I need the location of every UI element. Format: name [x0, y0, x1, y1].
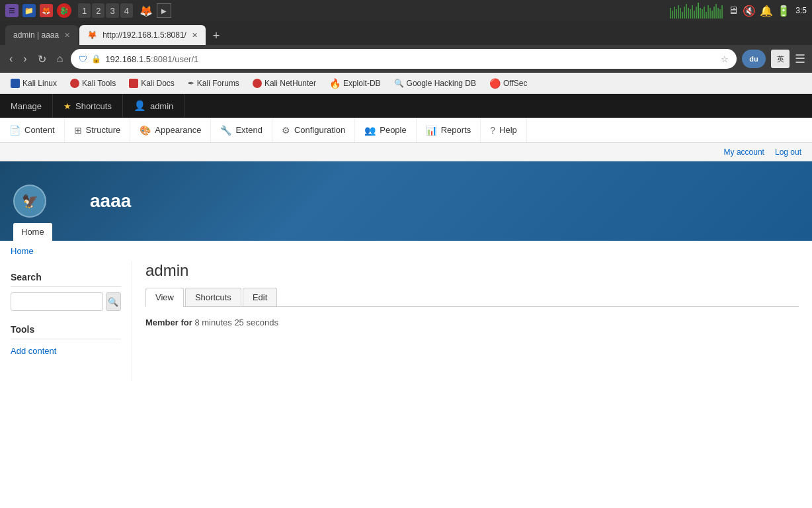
os-taskbar: ☰ 📁 🦊 🐉 1 2 3 4 🦊 ▶ — [0, 0, 812, 21]
app-icon[interactable]: 🐉 — [57, 3, 71, 18]
kali-forums-icon: ✒ — [188, 79, 194, 88]
bookmark-exploit-db[interactable]: 🔥 Exploit-DB — [324, 77, 386, 90]
kali-tools-icon — [70, 79, 79, 88]
search-block: Search 🔍 — [11, 272, 121, 311]
tab-1[interactable]: admin | aaaa ✕ — [5, 25, 78, 45]
google-hacking-icon: 🔍 — [394, 79, 404, 88]
new-tab-button[interactable]: + — [207, 26, 225, 45]
tab-2-label: http://192.168.1.5:8081/ — [102, 30, 186, 40]
bookmark-kali-tools[interactable]: Kali Tools — [65, 77, 121, 89]
files-icon[interactable]: 📁 — [22, 4, 36, 17]
menu-configuration[interactable]: ⚙ Configuration — [272, 118, 355, 142]
svg-rect-21 — [711, 11, 713, 19]
address-bar-row: ‹ › ↻ ⌂ 🛡 🔒 192.168.1.5:8081/user/1 ☆ du… — [0, 45, 812, 73]
search-input-row: 🔍 — [11, 292, 121, 311]
user-title: admin — [145, 261, 799, 280]
tab-shortcuts[interactable]: Shortcuts — [185, 288, 241, 306]
reload-button[interactable]: ↻ — [35, 50, 49, 68]
svg-rect-0 — [670, 8, 671, 19]
lang-button[interactable]: 英 — [771, 50, 790, 68]
menu-content[interactable]: 📄 Content — [0, 118, 65, 142]
bookmark-kali-nethunter[interactable]: Kali NetHunter — [247, 77, 321, 89]
main-content: admin View Shortcuts Edit Member for 8 m… — [132, 261, 812, 381]
firefox-taskbar-icon[interactable]: 🦊 — [140, 5, 153, 17]
avatar-image: 🦅 — [22, 193, 38, 209]
back-button[interactable]: ‹ — [7, 50, 15, 67]
bookmark-google-hacking[interactable]: 🔍 Google Hacking DB — [389, 77, 481, 89]
menu-extend[interactable]: 🔧 Extend — [211, 118, 272, 142]
address-text: 192.168.1.5:8081/user/1 — [105, 54, 198, 64]
bookmark-kali-forums[interactable]: ✒ Kali Forums — [183, 77, 245, 89]
add-content-link[interactable]: Add content — [11, 345, 121, 357]
bookmark-star[interactable]: ☆ — [721, 54, 729, 64]
structure-icon: ⊞ — [74, 125, 82, 136]
tab-2-close[interactable]: ✕ — [192, 31, 198, 40]
menu-people[interactable]: 👥 People — [355, 118, 416, 142]
drupal-menu-bar: 📄 Content ⊞ Structure 🎨 Appearance 🔧 Ext… — [0, 118, 812, 143]
menu-help[interactable]: ? Help — [481, 118, 527, 142]
appearance-icon: 🎨 — [140, 125, 151, 136]
breadcrumb-home[interactable]: Home — [11, 246, 34, 256]
svg-rect-10 — [690, 9, 691, 19]
menu-structure[interactable]: ⊞ Structure — [65, 118, 131, 142]
home-tab[interactable]: Home — [13, 223, 52, 241]
user-avatar: 🦅 — [13, 185, 46, 218]
secure-icon: 🛡 — [79, 54, 87, 64]
svg-rect-8 — [686, 4, 687, 19]
my-account-link[interactable]: My account — [724, 148, 764, 157]
site-name: aaaa — [90, 190, 131, 212]
member-for-label: Member for — [145, 318, 192, 327]
menu-reports[interactable]: 📊 Reports — [417, 118, 481, 142]
tab-edit[interactable]: Edit — [243, 288, 277, 306]
member-for: Member for 8 minutes 25 seconds — [145, 318, 799, 327]
bookmark-offsec[interactable]: 🔴 OffSec — [484, 77, 532, 90]
start-icon[interactable]: ☰ — [5, 4, 19, 17]
tools-block: Tools Add content — [11, 324, 121, 357]
breadcrumb: Home — [0, 241, 812, 261]
tab-1-close[interactable]: ✕ — [64, 31, 70, 40]
bookmark-kali-linux[interactable]: Kali Linux — [5, 77, 62, 89]
svg-rect-20 — [710, 8, 711, 19]
member-for-value: 8 minutes 25 seconds — [194, 318, 278, 327]
workspace-4[interactable]: 4 — [120, 3, 133, 18]
bookmark-kali-docs[interactable]: Kali Docs — [124, 77, 180, 89]
workspace-1[interactable]: 1 — [78, 3, 91, 18]
menu-appearance[interactable]: 🎨 Appearance — [130, 118, 211, 142]
user-tabs: View Shortcuts Edit — [145, 288, 799, 307]
nethunter-icon — [253, 79, 262, 88]
search-button[interactable]: 🔍 — [106, 292, 121, 311]
du-button[interactable]: du — [742, 50, 766, 68]
browser-icon[interactable]: 🦊 — [40, 4, 53, 17]
svg-rect-22 — [713, 7, 715, 19]
display-icon: 🖥 — [728, 5, 739, 17]
svg-rect-11 — [692, 5, 693, 19]
log-out-link[interactable]: Log out — [775, 148, 801, 157]
admin-user[interactable]: 👤 admin — [123, 94, 184, 118]
svg-rect-13 — [696, 7, 697, 19]
tab-view[interactable]: View — [145, 288, 184, 307]
svg-rect-14 — [698, 3, 699, 19]
exploit-db-icon: 🔥 — [329, 78, 341, 89]
shortcuts-label: Shortcuts — [75, 101, 112, 111]
search-input[interactable] — [11, 292, 103, 311]
admin-shortcuts[interactable]: ★ Shortcuts — [53, 94, 123, 118]
battery-icon: 🔋 — [777, 5, 790, 17]
svg-rect-7 — [684, 7, 685, 19]
user-icon: 👤 — [134, 100, 146, 112]
svg-rect-19 — [708, 5, 709, 19]
drupal-admin-bar: Manage ★ Shortcuts 👤 admin — [0, 94, 812, 118]
tab-2[interactable]: 🦊 http://192.168.1.5:8081/ ✕ — [79, 25, 206, 45]
forward-button[interactable]: › — [20, 50, 29, 67]
workspace-2[interactable]: 2 — [92, 3, 104, 18]
my-account-bar: My account Log out — [0, 143, 812, 161]
address-bar[interactable]: 🛡 🔒 192.168.1.5:8081/user/1 ☆ — [71, 49, 737, 69]
menu-button[interactable]: ☰ — [795, 52, 805, 66]
du-icon: du — [749, 55, 758, 63]
shortcuts-star-icon: ★ — [63, 101, 71, 111]
admin-manage[interactable]: Manage — [0, 94, 53, 118]
svg-rect-24 — [717, 8, 719, 19]
tab-2-favicon: 🦊 — [87, 30, 97, 40]
home-button[interactable]: ⌂ — [54, 50, 66, 67]
terminal-icon[interactable]: ▶ — [157, 3, 171, 18]
workspace-3[interactable]: 3 — [106, 3, 118, 18]
